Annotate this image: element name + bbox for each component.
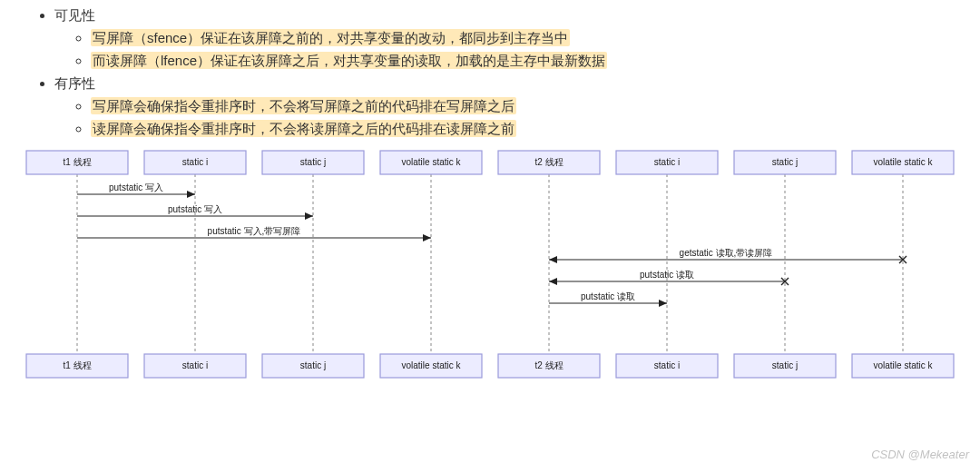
highlighted-text: 写屏障会确保指令重排序时，不会将写屏障之前的代码排在写屏障之后 [91,97,516,114]
sub-item: 写屏障（sfence）保证在该屏障之前的，对共享变量的改动，都同步到主存当中 [91,30,971,47]
svg-text:volatile static k: volatile static k [873,157,933,167]
bullet-title: 有序性 [54,75,95,91]
svg-text:volatile static k: volatile static k [401,360,461,370]
svg-text:static j: static j [772,157,798,167]
svg-text:static i: static i [654,360,680,370]
svg-text:putstatic 读取: putstatic 读取 [640,270,694,280]
highlighted-text: 读屏障会确保指令重排序时，不会将读屏障之后的代码排在读屏障之前 [91,120,516,137]
svg-text:static j: static j [772,360,798,370]
bullet-ordering: 有序性 写屏障会确保指令重排序时，不会将写屏障之前的代码排在写屏障之后 读屏障会… [54,75,971,138]
bullet-visibility: 可见性 写屏障（sfence）保证在该屏障之前的，对共享变量的改动，都同步到主存… [54,7,971,70]
svg-text:t2 线程: t2 线程 [534,360,563,370]
svg-text:static j: static j [300,157,326,167]
svg-text:t1 线程: t1 线程 [63,360,91,370]
svg-text:t2 线程: t2 线程 [534,157,563,167]
svg-text:putstatic 写入,带写屏障: putstatic 写入,带写屏障 [208,226,301,236]
sub-item: 而读屏障（lfence）保证在该屏障之后，对共享变量的读取，加载的是主存中最新数… [91,53,971,70]
svg-text:static i: static i [654,157,680,167]
svg-text:volatile static k: volatile static k [873,360,933,370]
svg-text:t1 线程: t1 线程 [63,157,91,167]
bullet-title: 可见性 [54,7,95,23]
svg-text:static i: static i [182,360,208,370]
svg-text:static i: static i [182,157,208,167]
svg-text:getstatic 读取,带读屏障: getstatic 读取,带读屏障 [680,248,773,258]
svg-text:static j: static j [300,360,326,370]
sequence-diagram: t1 线程t1 线程static istatic istatic jstatic… [9,145,971,386]
svg-text:putstatic 读取: putstatic 读取 [581,291,635,301]
highlighted-text: 而读屏障（lfence）保证在该屏障之后，对共享变量的读取，加载的是主存中最新数… [91,52,607,69]
sub-item: 读屏障会确保指令重排序时，不会将读屏障之后的代码排在读屏障之前 [91,121,971,138]
highlighted-text: 写屏障（sfence）保证在该屏障之前的，对共享变量的改动，都同步到主存当中 [91,29,570,46]
svg-text:putstatic 写入: putstatic 写入 [109,182,163,192]
svg-text:putstatic 写入: putstatic 写入 [168,204,222,214]
sub-item: 写屏障会确保指令重排序时，不会将写屏障之前的代码排在写屏障之后 [91,98,971,115]
svg-text:volatile static k: volatile static k [401,157,461,167]
